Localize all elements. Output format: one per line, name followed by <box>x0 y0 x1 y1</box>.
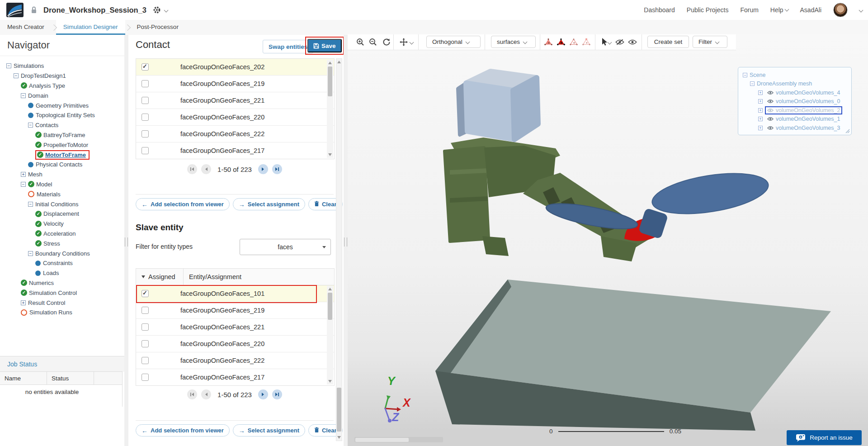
project-menu-caret-icon[interactable] <box>164 8 169 12</box>
tree-item-label[interactable]: Contacts <box>35 122 58 128</box>
tree-item-label[interactable]: Numerics <box>29 280 54 286</box>
add-selection-button[interactable]: ←Add selection from viewer <box>136 424 230 437</box>
assignment-row[interactable]: faceGroupOnGeoFaces_220 <box>136 109 334 126</box>
page-prev-button[interactable] <box>201 389 211 399</box>
expand-icon[interactable]: + <box>758 126 763 130</box>
volume-label[interactable]: volumeOnGeoVolumes_4 <box>776 90 840 96</box>
volume-entry[interactable]: volumeOnGeoVolumes_4 <box>765 89 842 97</box>
mesh-quality-icon-2[interactable] <box>557 38 566 47</box>
tree-item-displacement[interactable]: ✓Displacement <box>0 209 124 219</box>
nav-help[interactable]: Help <box>770 6 788 14</box>
tree-item-stress[interactable]: ✓Stress <box>0 238 124 248</box>
tree-item-label[interactable]: Initial Conditions <box>35 201 78 208</box>
row-checkbox[interactable] <box>142 130 149 138</box>
scene-root[interactable]: − Scene <box>738 71 851 80</box>
collapse-icon[interactable]: − <box>14 73 19 78</box>
mesh-quality-icon-1[interactable] <box>544 38 553 47</box>
collapse-icon[interactable]: − <box>21 93 26 98</box>
scene-volume-volumeongeovolumes-0[interactable]: +volumeOnGeoVolumes_0 <box>738 97 851 106</box>
tree-item-simulation-runs[interactable]: Simulation Runs <box>0 308 124 318</box>
pan-move-icon[interactable] <box>399 38 408 47</box>
tree-item-label[interactable]: Velocity <box>43 220 64 227</box>
page-prev-button[interactable] <box>201 164 211 174</box>
slave-table-scrollbar[interactable] <box>327 286 333 384</box>
nav-dashboard[interactable]: Dashboard <box>644 6 675 14</box>
eye-icon[interactable] <box>767 117 774 121</box>
volume-entry[interactable]: volumeOnGeoVolumes_0 <box>765 97 842 105</box>
tree-item-physical-contacts[interactable]: Physical Contacts <box>0 160 124 170</box>
row-checkbox[interactable] <box>142 357 149 364</box>
save-button[interactable]: Save <box>307 39 342 52</box>
row-checkbox[interactable] <box>142 63 149 71</box>
report-issue-button[interactable]: Report an issue <box>787 430 862 445</box>
tree-item-label[interactable]: Geometry Primitives <box>36 102 89 109</box>
scene-volume-volumeongeovolumes-3[interactable]: +volumeOnGeoVolumes_3 <box>738 123 851 133</box>
scene-mesh[interactable]: − DroneAssembly mesh <box>738 80 851 89</box>
tree-item-droptestdesign1[interactable]: −DropTestDesign1 <box>0 71 124 81</box>
scene-volume-volumeongeovolumes-2[interactable]: +volumeOnGeoVolumes_2 <box>738 106 851 115</box>
filter-button[interactable]: Filter <box>693 36 727 48</box>
tree-item-label[interactable]: Loads <box>43 270 59 276</box>
collapse-icon[interactable]: − <box>28 123 33 128</box>
hide-entity-icon[interactable] <box>615 38 624 47</box>
tree-item-label[interactable]: Materials <box>37 191 61 198</box>
tree-item-label[interactable]: Simulation Runs <box>29 309 72 316</box>
assignment-row[interactable]: faceGroupOnGeoFaces_221 <box>136 319 334 336</box>
row-checkbox[interactable] <box>142 374 149 381</box>
eye-icon[interactable] <box>767 108 774 113</box>
row-checkbox[interactable] <box>142 290 149 297</box>
row-checkbox[interactable] <box>142 340 149 347</box>
mesh-quality-icon-4[interactable] <box>582 38 591 47</box>
volume-label[interactable]: volumeOnGeoVolumes_1 <box>776 116 840 122</box>
tree-item-loads[interactable]: Loads <box>0 268 124 278</box>
assignment-row[interactable]: faceGroupOnGeoFaces_222 <box>136 126 334 142</box>
panel-splitter-left[interactable] <box>124 35 128 446</box>
panel-splitter-right[interactable] <box>344 35 348 446</box>
row-checkbox[interactable] <box>142 97 149 104</box>
tree-item-label[interactable]: Analysis Type <box>29 82 65 89</box>
mesh-quality-icon-3[interactable] <box>569 38 578 47</box>
eye-icon[interactable] <box>767 126 774 130</box>
zoom-out-icon[interactable] <box>368 38 377 47</box>
viewer-horizontal-scrollbar[interactable] <box>354 437 443 442</box>
assignment-row[interactable]: faceGroupOnGeoFaces_220 <box>136 336 334 352</box>
user-menu-caret-icon[interactable] <box>859 8 863 12</box>
expand-icon[interactable]: + <box>758 99 763 104</box>
row-checkbox[interactable] <box>142 147 149 154</box>
collapse-icon[interactable]: − <box>750 81 755 86</box>
show-entity-icon[interactable] <box>628 38 637 47</box>
resize-handle-icon[interactable] <box>845 129 850 133</box>
page-first-button[interactable] <box>187 389 197 399</box>
tree-item-label[interactable]: PropellerToMotor <box>43 142 88 148</box>
nav-username[interactable]: AsadAli <box>800 6 821 14</box>
expand-icon[interactable]: + <box>21 172 26 177</box>
tree-item-domain[interactable]: −Domain <box>0 90 124 100</box>
tree-item-label[interactable]: Simulations <box>14 62 44 69</box>
projection-select[interactable]: Orthogonal <box>426 36 481 48</box>
tree-item-battreytoframe[interactable]: ✓BattreyToFrame <box>0 130 124 140</box>
expand-icon[interactable]: + <box>758 90 763 95</box>
tree-item-contacts[interactable]: −Contacts <box>0 120 124 130</box>
nav-forum[interactable]: Forum <box>740 6 758 14</box>
eye-icon[interactable] <box>767 90 774 95</box>
add-selection-button[interactable]: ←Add selection from viewer <box>136 198 230 210</box>
col-entity-assignment[interactable]: Entity/Assignment <box>183 269 334 285</box>
tree-item-label[interactable]: Displacement <box>43 210 79 217</box>
tree-item-numerics[interactable]: ✓Numerics <box>0 278 124 288</box>
tree-item-label[interactable]: Model <box>36 181 52 188</box>
tree-item-initial-conditions[interactable]: −Initial Conditions <box>0 199 124 209</box>
tree-item-analysis-type[interactable]: ✓Analysis Type <box>0 81 124 91</box>
assignment-row[interactable]: faceGroupOnGeoFaces_217 <box>136 369 334 385</box>
tree-item-label[interactable]: DropTestDesign1 <box>21 72 66 79</box>
scene-volume-volumeongeovolumes-4[interactable]: +volumeOnGeoVolumes_4 <box>738 88 851 97</box>
page-first-button[interactable] <box>187 164 197 174</box>
app-logo[interactable] <box>6 3 24 17</box>
tree-item-boundary-conditions[interactable]: −Boundary Conditions <box>0 248 124 258</box>
page-next-button[interactable] <box>258 164 268 174</box>
render-mode-select[interactable]: surfaces <box>491 36 536 48</box>
row-checkbox[interactable] <box>142 114 149 121</box>
pan-caret-icon[interactable] <box>410 40 414 45</box>
tree-item-result-control[interactable]: +Result Control <box>0 298 124 308</box>
row-checkbox[interactable] <box>142 80 149 87</box>
collapse-icon[interactable]: − <box>743 73 747 77</box>
